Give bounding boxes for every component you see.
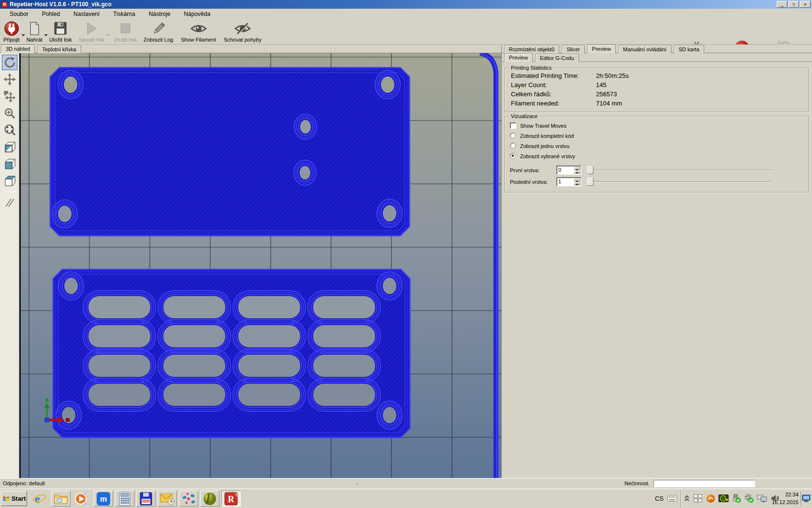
printed-plate-bottom [53, 269, 410, 437]
menu-nastaveni[interactable]: Nastavení [67, 9, 106, 19]
tray-avast-icon[interactable] [705, 492, 716, 505]
last-layer-up[interactable] [574, 178, 580, 181]
taskbar-save-app[interactable] [136, 491, 156, 507]
radio-single-layer[interactable] [510, 143, 516, 149]
fit-view-button[interactable] [2, 122, 17, 138]
taskbar-calculator[interactable] [115, 491, 134, 507]
first-layer-down[interactable] [574, 170, 580, 174]
last-layer-down[interactable] [574, 182, 580, 185]
tray-network-icon[interactable] [756, 492, 768, 505]
minimize-button[interactable]: _ [777, 1, 787, 8]
tray-clock[interactable]: 22:34 16.12.2015 [772, 491, 798, 506]
show-filament-button[interactable]: Show Filament [179, 20, 218, 44]
tray-expand-chevron[interactable] [683, 492, 690, 505]
tab-teplotni-krivka[interactable]: Teplotní křivka [37, 45, 81, 53]
tab-3d-nahled[interactable]: 3D náhled [1, 45, 35, 53]
taskbar-outlook[interactable] [158, 491, 177, 507]
save-print-button[interactable]: Uložit tisk [48, 20, 73, 44]
top-view-button[interactable] [2, 173, 17, 189]
first-layer-spinner[interactable]: 0 [556, 165, 581, 175]
taskbar: Start e m R CS [0, 489, 812, 508]
connect-button[interactable]: Připojit [2, 20, 21, 44]
eye-icon [189, 21, 208, 36]
view-tool-column [0, 53, 19, 478]
last-layer-label: Poslední vrstva: [510, 179, 548, 185]
show-travel-moves-checkbox[interactable] [510, 122, 516, 129]
last-layer-spinner[interactable]: 1 [556, 177, 581, 186]
move-view-button[interactable] [2, 72, 17, 87]
document-icon [27, 21, 42, 36]
connect-dropdown[interactable] [21, 20, 25, 44]
tray-usb-icon[interactable] [731, 492, 742, 505]
restore-button[interactable]: ❐ [788, 1, 799, 8]
toolbar-separator [3, 192, 16, 192]
stat-value-time: 2h:50m:25s [596, 72, 629, 79]
taskbar-media-player[interactable] [72, 491, 92, 507]
front-view-button[interactable] [2, 156, 17, 172]
last-layer-slider[interactable] [587, 177, 772, 186]
stat-value-filament: 7104 mm [596, 100, 622, 107]
play-icon [84, 21, 99, 36]
isometric-view-button[interactable] [2, 139, 17, 155]
tab-sd-karta[interactable]: SD karta [674, 45, 704, 53]
rotate-view-button[interactable] [2, 55, 17, 70]
menu-soubor[interactable]: Soubor [3, 9, 35, 19]
menu-tiskarna[interactable]: Tiskárna [106, 9, 142, 19]
tray-windows-icon[interactable] [692, 492, 704, 505]
parallel-projection-button[interactable] [2, 195, 17, 210]
subtab-preview[interactable]: Preview [504, 53, 533, 62]
windows-logo-icon [2, 495, 10, 502]
load-dropdown[interactable] [44, 20, 48, 44]
printed-plate-top [50, 68, 409, 236]
floppy-icon [53, 21, 68, 36]
tab-slicer[interactable]: Slicer [562, 45, 585, 53]
show-log-button[interactable]: Zobrazit Log [142, 20, 174, 44]
outlook-icon [160, 492, 174, 506]
radio-selected-layers-label[interactable]: Zobrazit vybrané vrstvy [520, 153, 575, 159]
calculator-icon [118, 492, 131, 506]
hide-travel-button[interactable]: Schovat pohyby [222, 20, 263, 44]
taskbar-dots-app[interactable] [179, 491, 198, 507]
menubar: Soubor Pohled Nastavení Tiskárna Nástroj… [0, 9, 812, 19]
show-travel-moves-label[interactable]: Show Travel Moves [520, 123, 566, 129]
load-button[interactable]: Nahrát [25, 20, 44, 44]
radio-selected-layers[interactable] [510, 153, 516, 159]
svg-text:e: e [35, 493, 40, 505]
keyboard-tray-icon[interactable] [666, 492, 679, 505]
stat-value-layers: 145 [596, 81, 607, 89]
taskbar-slic3r[interactable] [200, 491, 219, 507]
close-button[interactable]: ✕ [800, 1, 811, 8]
menu-pohled[interactable]: Pohled [35, 9, 67, 19]
radio-single-layer-label[interactable]: Zobrazit jednu vrstvu [520, 143, 569, 149]
first-layer-up[interactable] [574, 166, 580, 170]
taskbar-explorer[interactable] [51, 491, 71, 507]
first-layer-slider[interactable] [587, 165, 772, 175]
show-desktop-button[interactable] [800, 492, 811, 505]
stat-label-lines: Celkem řádků: [511, 90, 551, 98]
tray-nvidia-icon[interactable] [717, 492, 730, 505]
gcode-preview-viewport[interactable] [19, 53, 501, 478]
language-indicator[interactable]: CS [653, 492, 665, 505]
tray-update-icon[interactable] [743, 492, 755, 505]
plug-icon [4, 21, 19, 36]
radio-complete-code[interactable] [510, 133, 516, 138]
tab-rozmisteni-objektu[interactable]: Rozmístění objektů [504, 45, 559, 53]
zoom-in-button[interactable] [2, 105, 17, 121]
tab-manualni-ovladani[interactable]: Manuální ovládání [618, 45, 671, 53]
taskbar-ie[interactable]: e [30, 491, 49, 507]
control-panel: Rozmístění objektů Slicer Preview Manuál… [501, 45, 812, 478]
titlebar[interactable]: R Repetier-Host V1.0.6 - PT100_vik.gco _… [0, 0, 812, 9]
progress-bar [653, 480, 755, 487]
start-button[interactable]: Start [1, 491, 27, 506]
tab-preview[interactable]: Preview [587, 45, 616, 53]
first-layer-slider-thumb[interactable] [587, 166, 594, 174]
last-layer-slider-thumb[interactable] [587, 178, 594, 186]
menu-napoveda[interactable]: Nápověda [177, 9, 217, 19]
floppy-app-icon [139, 492, 153, 506]
taskbar-repetier-host[interactable]: R [221, 491, 241, 507]
move-object-button[interactable] [2, 89, 17, 104]
radio-complete-code-label[interactable]: Zobrazit kompletní kód [520, 133, 574, 139]
taskbar-maxthon[interactable]: m [94, 491, 113, 507]
subtab-editor-gcodu[interactable]: Editor G-Codu [535, 54, 579, 62]
menu-nastroje[interactable]: Nástroje [142, 9, 177, 19]
